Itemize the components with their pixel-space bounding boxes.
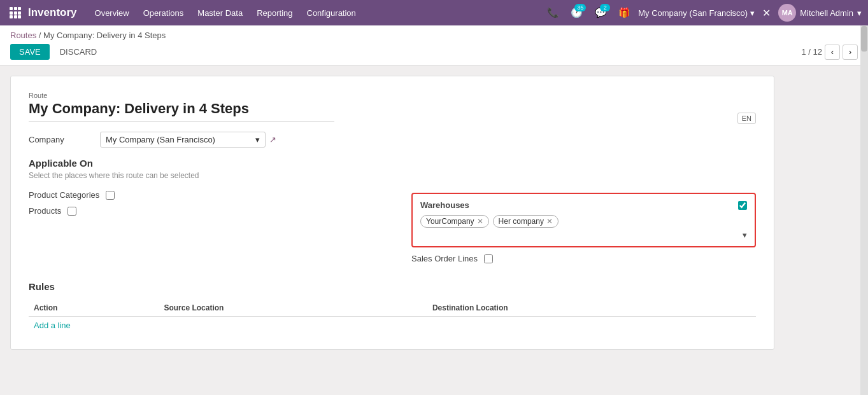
warehouses-section: Warehouses YourCompany ✕ Her company ✕ xyxy=(411,193,756,247)
breadcrumb-separator: / xyxy=(39,31,43,40)
company-select-container: My Company (San Francisco) ▾ ↗ xyxy=(100,132,276,148)
clock-badge-btn[interactable]: 🕐 35 xyxy=(567,4,586,22)
phone-icon[interactable]: 📞 xyxy=(544,4,562,22)
warehouses-checkbox[interactable] xyxy=(738,201,747,210)
action-buttons: SAVE DISCARD 1 / 12 ‹ › xyxy=(10,44,858,60)
nav-overview[interactable]: Overview xyxy=(89,4,136,22)
app-name: Inventory xyxy=(28,6,77,19)
chat-badge-btn[interactable]: 💬 2 xyxy=(591,4,610,22)
route-title: My Company: Delivery in 4 Steps xyxy=(29,100,334,121)
add-line-button[interactable]: Add a line xyxy=(29,317,76,334)
user-dropdown-icon: ▾ xyxy=(857,8,862,18)
svg-rect-8 xyxy=(18,15,21,18)
user-name: Mitchell Admin xyxy=(800,8,853,18)
chat-badge: 2 xyxy=(600,4,610,11)
products-row: Products xyxy=(29,206,373,216)
sales-order-lines-checkbox[interactable] xyxy=(484,254,493,263)
company-field-row: Company My Company (San Francisco) ▾ ↗ xyxy=(29,132,756,148)
breadcrumb-current: My Company: Delivery in 4 Steps xyxy=(43,31,166,40)
lang-button[interactable]: EN xyxy=(737,113,756,124)
applicable-on-title: Applicable On xyxy=(29,158,756,169)
pagination-text: 1 / 12 xyxy=(801,47,822,57)
left-column: Product Categories Products xyxy=(29,190,373,263)
main-content: Route My Company: Delivery in 4 Steps EN… xyxy=(0,66,868,360)
tag-yourcompany: YourCompany ✕ xyxy=(420,215,489,228)
form-card: Route My Company: Delivery in 4 Steps EN… xyxy=(10,76,774,350)
user-menu[interactable]: MA Mitchell Admin ▾ xyxy=(778,4,862,22)
company-select-arrow: ▾ xyxy=(255,135,260,144)
tag-hercompany-label: Her company xyxy=(499,217,544,226)
discard-button[interactable]: DISCARD xyxy=(53,44,104,60)
breadcrumb-parent[interactable]: Routes xyxy=(10,31,36,40)
tag-hercompany-remove[interactable]: ✕ xyxy=(546,217,553,226)
svg-rect-6 xyxy=(10,15,13,18)
company-select[interactable]: My Company (San Francisco) ▾ xyxy=(100,132,266,148)
applicable-on-columns: Product Categories Products Warehouses xyxy=(29,190,756,263)
route-field-label: Route xyxy=(29,92,756,99)
topbar: Inventory Overview Operations Master Dat… xyxy=(0,0,868,25)
sales-order-lines-row: Sales Order Lines xyxy=(411,254,756,263)
tag-hercompany: Her company ✕ xyxy=(493,215,559,228)
tag-yourcompany-label: YourCompany xyxy=(426,217,474,226)
svg-rect-4 xyxy=(14,11,17,15)
svg-rect-7 xyxy=(14,15,17,18)
right-column: Warehouses YourCompany ✕ Her company ✕ xyxy=(411,190,756,263)
add-line-row: Add a line xyxy=(29,317,756,335)
next-page-button[interactable]: › xyxy=(843,45,858,60)
product-categories-checkbox[interactable] xyxy=(106,191,115,200)
warehouses-label: Warehouses xyxy=(420,200,469,210)
close-btn[interactable]: ✕ xyxy=(760,7,773,19)
warehouses-tags: YourCompany ✕ Her company ✕ xyxy=(420,215,747,228)
rules-table: Action Source Location Destination Locat… xyxy=(29,300,756,334)
warehouses-header: Warehouses xyxy=(420,200,747,210)
product-categories-label: Product Categories xyxy=(29,190,99,200)
products-label: Products xyxy=(29,206,61,216)
product-categories-row: Product Categories xyxy=(29,190,373,200)
nav-reporting[interactable]: Reporting xyxy=(250,4,299,22)
company-external-link[interactable]: ↗ xyxy=(269,135,276,144)
svg-rect-1 xyxy=(14,7,17,10)
scrollbar[interactable] xyxy=(860,25,868,360)
col-destination: Destination Location xyxy=(427,300,756,317)
action-bar: Routes / My Company: Delivery in 4 Steps… xyxy=(0,25,868,66)
nav-master-data[interactable]: Master Data xyxy=(191,4,249,22)
products-checkbox[interactable] xyxy=(68,207,76,216)
tag-yourcompany-remove[interactable]: ✕ xyxy=(477,217,483,226)
breadcrumb: Routes / My Company: Delivery in 4 Steps xyxy=(10,31,858,40)
clock-badge: 35 xyxy=(574,4,586,11)
col-action: Action xyxy=(29,300,159,317)
grid-icon[interactable] xyxy=(6,4,24,22)
scrollbar-thumb[interactable] xyxy=(861,26,867,52)
sales-order-lines-label: Sales Order Lines xyxy=(411,254,478,263)
svg-rect-3 xyxy=(10,11,13,15)
company-select-value: My Company (San Francisco) xyxy=(106,135,215,144)
svg-rect-0 xyxy=(10,7,13,10)
gift-icon[interactable]: 🎁 xyxy=(615,4,633,22)
topbar-right: 📞 🕐 35 💬 2 🎁 My Company (San Francisco) … xyxy=(544,4,862,22)
rules-title: Rules xyxy=(29,281,756,292)
company-label: Company xyxy=(29,135,92,144)
col-source: Source Location xyxy=(159,300,427,317)
pagination: 1 / 12 ‹ › xyxy=(801,45,858,60)
user-avatar: MA xyxy=(778,4,796,22)
nav-configuration[interactable]: Configuration xyxy=(301,4,362,22)
tags-dropdown-arrow[interactable]: ▾ xyxy=(420,230,747,240)
company-dropdown-icon: ▾ xyxy=(750,8,755,18)
topbar-nav: Overview Operations Master Data Reportin… xyxy=(89,4,541,22)
company-name: My Company (San Francisco) xyxy=(638,8,748,18)
nav-operations[interactable]: Operations xyxy=(137,4,190,22)
prev-page-button[interactable]: ‹ xyxy=(825,45,840,60)
save-button[interactable]: SAVE xyxy=(10,44,50,60)
svg-rect-2 xyxy=(18,7,21,10)
company-selector[interactable]: My Company (San Francisco) ▾ xyxy=(638,8,755,18)
svg-rect-5 xyxy=(18,11,21,15)
rules-section: Rules Action Source Location Destination… xyxy=(29,281,756,334)
applicable-on-subtitle: Select the places where this route can b… xyxy=(29,171,756,180)
